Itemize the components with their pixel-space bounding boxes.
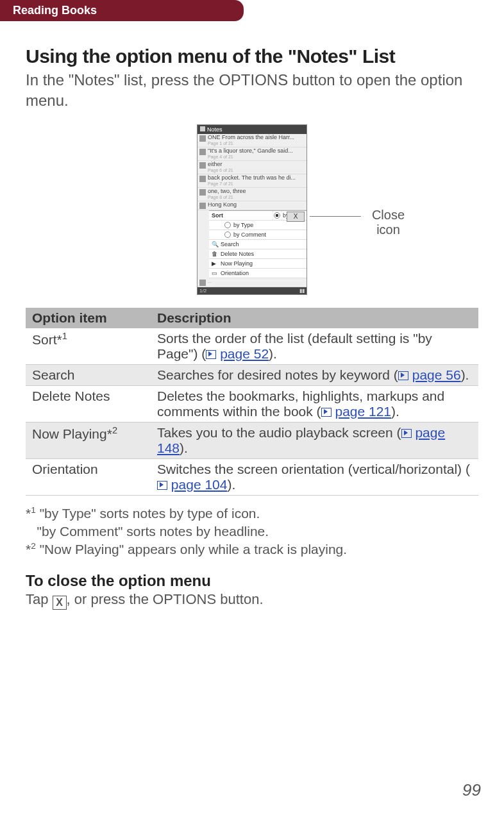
device-titlebar: Notes bbox=[197, 125, 307, 134]
popup-sort-type: by Type bbox=[209, 221, 307, 230]
play-icon: ▶ bbox=[212, 260, 218, 267]
list-item: eitherPage 6 of 21 bbox=[197, 161, 307, 174]
search-icon: 🔍 bbox=[212, 241, 218, 247]
note-icon bbox=[199, 203, 206, 209]
close-heading: To close the option menu bbox=[26, 572, 478, 590]
th-option: Option item bbox=[26, 308, 151, 328]
device-screenshot: Notes ONE From across the aisle Harr...P… bbox=[197, 124, 307, 295]
page-link[interactable]: page 52 bbox=[220, 346, 269, 361]
page-title: Using the option menu of the "Notes" Lis… bbox=[26, 46, 478, 67]
footnote-1: *1 "by Type" sorts notes by type of icon… bbox=[26, 505, 478, 541]
cell-desc: Takes you to the audio playback screen (… bbox=[151, 422, 478, 458]
note-icon bbox=[199, 135, 206, 142]
cell-desc: Switches the screen orientation (vertica… bbox=[151, 458, 478, 495]
popup-nowplaying: ▶Now Playing bbox=[209, 259, 307, 269]
radio-icon bbox=[274, 212, 280, 219]
table-row: Orientation Switches the screen orientat… bbox=[26, 458, 478, 495]
page-link[interactable]: page 121 bbox=[335, 404, 391, 419]
popup-sort-comment: by Comment bbox=[209, 230, 307, 240]
device-footer-left: 1/2 bbox=[199, 288, 206, 294]
table-row: Now Playing*2 Takes you to the audio pla… bbox=[26, 422, 478, 458]
cell-option: Delete Notes bbox=[26, 385, 151, 422]
cell-option: Sort*1 bbox=[26, 328, 151, 365]
table-row: Search Searches for desired notes by key… bbox=[26, 364, 478, 385]
page-link[interactable]: page 104 bbox=[171, 477, 228, 492]
popup-search: 🔍Search bbox=[209, 240, 307, 249]
section-header: Reading Books bbox=[0, 0, 244, 21]
footnotes: *1 "by Type" sorts notes by type of icon… bbox=[26, 505, 478, 559]
callout-line bbox=[310, 216, 361, 217]
cell-desc: Deletes the bookmarks, highlights, marku… bbox=[151, 385, 478, 422]
th-desc: Description bbox=[151, 308, 478, 328]
trash-icon: 🗑 bbox=[212, 251, 218, 257]
note-icon bbox=[199, 280, 206, 286]
link-icon bbox=[157, 481, 167, 490]
list-item: "It's a liquor store," Gandle said...Pag… bbox=[197, 147, 307, 161]
cell-option: Search bbox=[26, 364, 151, 385]
radio-icon bbox=[224, 231, 231, 238]
page-number: 99 bbox=[462, 780, 481, 800]
list-item: ONE From across the aisle Harr...Page 1 … bbox=[197, 134, 307, 147]
orientation-icon: ▭ bbox=[212, 270, 218, 276]
list-item: back pocket. The truth was he di...Page … bbox=[197, 174, 307, 188]
link-icon bbox=[398, 371, 408, 380]
radio-icon bbox=[224, 222, 231, 228]
note-icon bbox=[199, 176, 206, 182]
page-link[interactable]: page 56 bbox=[412, 367, 461, 382]
popup-orientation: ▭Orientation bbox=[209, 269, 307, 278]
list-item: Hong Kong bbox=[197, 201, 307, 210]
link-icon bbox=[401, 429, 412, 438]
cell-desc: Sorts the order of the list (default set… bbox=[151, 328, 478, 365]
note-icon bbox=[199, 189, 206, 196]
device-notes-list: ONE From across the aisle Harr...Page 1 … bbox=[197, 134, 307, 210]
device-footer: 1/2 ▮▮ bbox=[197, 287, 307, 294]
close-x-icon: X bbox=[53, 596, 67, 610]
close-description: Tap X, or press the OPTIONS button. bbox=[26, 591, 478, 610]
section-header-text: Reading Books bbox=[13, 4, 97, 17]
note-icon bbox=[199, 162, 206, 169]
figure: Notes ONE From across the aisle Harr...P… bbox=[92, 124, 412, 295]
cell-option: Orientation bbox=[26, 458, 151, 495]
table-row: Sort*1 Sorts the order of the list (defa… bbox=[26, 328, 478, 365]
list-item: ... bbox=[197, 278, 307, 287]
device-title-left: Notes bbox=[200, 126, 223, 133]
footnote-2: *2 "Now Playing" appears only while a tr… bbox=[26, 541, 478, 558]
cell-desc: Searches for desired notes by keyword ( … bbox=[151, 364, 478, 385]
table-row: Delete Notes Deletes the bookmarks, high… bbox=[26, 385, 478, 422]
intro-text: In the "Notes" list, press the OPTIONS b… bbox=[26, 70, 478, 112]
cell-option: Now Playing*2 bbox=[26, 422, 151, 458]
page-content: Using the option menu of the "Notes" Lis… bbox=[0, 21, 504, 610]
close-icon-box: X bbox=[287, 212, 305, 222]
link-icon bbox=[321, 408, 332, 417]
options-table: Option item Description Sort*1 Sorts the… bbox=[26, 308, 478, 496]
table-header-row: Option item Description bbox=[26, 308, 478, 328]
list-item: one, two, threePage 8 of 21 bbox=[197, 188, 307, 201]
note-icon bbox=[199, 149, 206, 155]
link-icon bbox=[206, 350, 216, 359]
popup-delete: 🗑Delete Notes bbox=[209, 249, 307, 259]
callout-label: Close icon bbox=[364, 208, 412, 237]
device-footer-right: ▮▮ bbox=[299, 288, 305, 294]
